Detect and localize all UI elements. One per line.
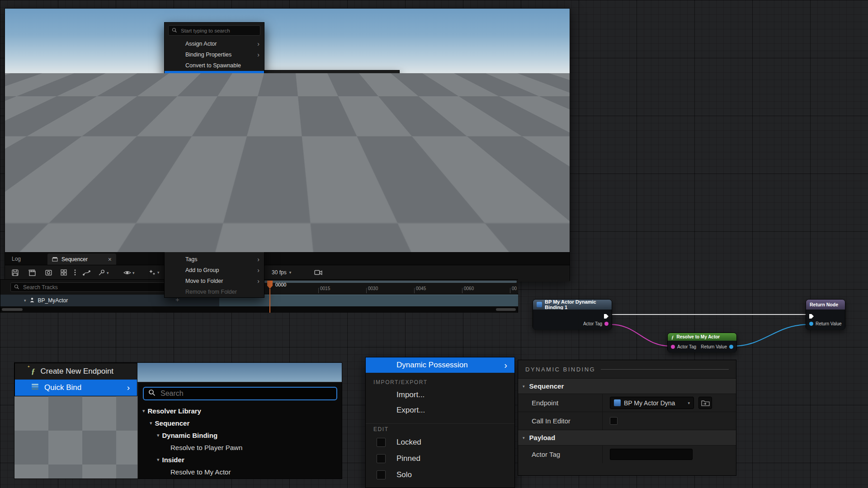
curves-button[interactable] <box>83 269 90 277</box>
tree-item-resolve-to-my-actor[interactable]: Resolve to My Actor <box>138 466 342 478</box>
keyframe-options-dropdown[interactable]: ▾ <box>149 269 160 276</box>
more-options-icon[interactable] <box>74 269 76 276</box>
menu-item-delete[interactable]: Delete <box>165 211 264 222</box>
tab-sequencer[interactable]: Sequencer × <box>47 253 116 265</box>
menu-item-dynamic-possession[interactable]: Dynamic Possession› <box>165 71 264 82</box>
category-sequencer[interactable]: ▾ Sequencer <box>264 82 399 92</box>
expander-icon[interactable]: ▾ <box>142 408 145 414</box>
menu-item-cut[interactable]: CutCTRL+X <box>165 168 264 178</box>
menu-item-create-new-endpoint[interactable]: +ƒ Create New Endpoint <box>15 363 137 380</box>
category-sequencer[interactable]: ▾ Sequencer <box>518 378 736 394</box>
pinned-checkbox[interactable] <box>170 137 177 144</box>
tree-item-resolve-to-player-pawn[interactable]: Resolve to Player Pawn <box>408 158 543 166</box>
solo-checkbox[interactable] <box>170 148 177 155</box>
expander-icon[interactable]: ▾ <box>269 85 271 90</box>
menu-item-binding-properties[interactable]: Binding Properties› <box>165 49 264 60</box>
menu-item-delete-and-keep-state[interactable]: Delete and Keep State <box>165 222 264 233</box>
timeline-scrollbar[interactable] <box>0 306 518 313</box>
scrollbar-handle[interactable] <box>2 308 23 311</box>
return-value-input-pin[interactable]: Return Value <box>809 321 842 326</box>
solo-checkbox[interactable] <box>377 470 386 479</box>
tree-item-resolve-to-player-pawn[interactable]: Resolve to Player Pawn <box>138 441 342 454</box>
scrollbar-handle[interactable] <box>496 308 516 311</box>
resolver-search-box[interactable] <box>412 122 540 131</box>
browse-endpoint-button[interactable] <box>382 95 393 104</box>
menu-item-move-to-folder[interactable]: Move to Folder› <box>165 276 264 286</box>
exec-input-pin[interactable] <box>809 313 814 321</box>
menu-item-assign-actor[interactable]: Assign Actor› <box>165 38 264 49</box>
menu-item-dynamic-possession[interactable]: Dynamic Possession › <box>366 357 514 373</box>
endpoint-dropdown[interactable]: ƒ Unbound ▾ <box>325 95 379 104</box>
actor-tag-input[interactable] <box>610 449 693 460</box>
tree-item-insider[interactable]: ▾ Insider <box>138 454 342 466</box>
view-options-dropdown[interactable]: ▾ <box>123 269 135 277</box>
node-return[interactable]: Return Node Return Value <box>806 299 845 330</box>
node-resolve-to-my-actor[interactable]: ƒ Resolve to My Actor Actor Tag Return V… <box>667 333 737 352</box>
menu-item-quick-bind[interactable]: Quick Bind › <box>15 380 137 396</box>
exec-output-pin[interactable] <box>604 313 609 321</box>
expander-icon[interactable]: ▾ <box>157 432 160 438</box>
menu-search-input[interactable] <box>180 28 257 34</box>
menu-item-tags[interactable]: Tags› <box>165 254 264 265</box>
render-movie-button[interactable] <box>28 269 36 277</box>
tree-item-dynamic-binding[interactable]: ▾ Dynamic Binding <box>408 150 543 158</box>
endpoint-dropdown[interactable]: BP My Actor Dyna ▾ <box>610 397 694 409</box>
tab-log[interactable]: Log <box>12 256 21 262</box>
browse-endpoint-button[interactable] <box>698 397 712 409</box>
expander-icon[interactable]: ▾ <box>418 144 420 148</box>
fps-dropdown[interactable]: 30 fps▾ <box>272 269 291 276</box>
pinned-checkbox[interactable] <box>377 454 386 463</box>
playback-options-dropdown[interactable]: ▾ <box>98 269 109 277</box>
menu-item-locked[interactable]: Locked <box>165 124 264 135</box>
menu-item-import[interactable]: Import... <box>165 92 264 103</box>
tree-item-resolver-library[interactable]: ▾ Resolver Library <box>408 134 543 142</box>
menu-item-copy[interactable]: CopyCTRL+C <box>165 178 264 189</box>
menu-item-locked[interactable]: Locked <box>366 434 514 450</box>
camera-lock-button[interactable] <box>314 269 322 276</box>
call-in-editor-checkbox[interactable] <box>610 417 618 425</box>
node-bp-my-actor-dynamic-binding[interactable]: BP My Actor Dynamic Binding 1 Actor Tag <box>533 299 612 330</box>
menu-item-rename[interactable]: RenameF2 <box>165 233 264 244</box>
actor-tag-input-pin[interactable]: Actor Tag <box>671 344 696 349</box>
menu-item-paste[interactable]: PasteCTRL+V <box>165 189 264 200</box>
layout-button[interactable] <box>60 269 67 276</box>
return-value-output-pin[interactable]: Return Value <box>701 344 733 349</box>
expander-icon[interactable]: ▾ <box>24 298 26 303</box>
menu-item-create-new-endpoint[interactable]: +ƒ Create New Endpoint <box>326 107 406 118</box>
save-button[interactable] <box>11 269 19 277</box>
menu-item-quick-bind[interactable]: Quick Bind › <box>326 118 406 129</box>
expander-icon[interactable]: ▾ <box>425 152 427 156</box>
camera-cuts-button[interactable] <box>45 269 52 277</box>
menu-item-remove-from-folder[interactable]: Remove from Folder <box>165 286 264 297</box>
tree-item-sequencer[interactable]: ▾ Sequencer <box>138 417 342 429</box>
menu-item-export[interactable]: Export... <box>165 103 264 114</box>
menu-item-pinned[interactable]: Pinned <box>165 135 264 146</box>
tree-item-resolver-library[interactable]: ▾ Resolver Library <box>138 405 342 417</box>
menu-item-convert-to-spawnable[interactable]: Convert to Spawnable <box>165 60 264 71</box>
expander-icon[interactable]: ▾ <box>523 436 525 440</box>
expander-icon[interactable]: ▾ <box>412 136 414 140</box>
resolver-search-input[interactable] <box>423 123 537 129</box>
tab-close-icon[interactable]: × <box>108 256 112 263</box>
expander-icon[interactable]: ▾ <box>523 384 525 389</box>
menu-item-export[interactable]: Export... <box>366 403 514 418</box>
menu-item-add-to-group[interactable]: Add to Group› <box>165 265 264 276</box>
menu-item-mute[interactable]: Mute <box>165 157 264 168</box>
menu-item-solo[interactable]: Solo <box>366 467 514 483</box>
menu-item-import[interactable]: Import... <box>366 387 514 403</box>
expander-icon[interactable]: ▾ <box>157 457 160 463</box>
menu-item-solo[interactable]: Solo <box>165 146 264 157</box>
menu-item-pinned[interactable]: Pinned <box>366 450 514 467</box>
locked-checkbox[interactable] <box>377 438 386 447</box>
menu-search-box[interactable] <box>168 25 260 36</box>
menu-item-duplicate[interactable]: DuplicateCTRL+D <box>165 200 264 211</box>
tree-item-dynamic-binding[interactable]: ▾ Dynamic Binding <box>138 429 342 441</box>
timeline-range-slider[interactable] <box>221 281 517 283</box>
actor-tag-output-pin[interactable]: Actor Tag <box>583 321 609 326</box>
tree-item-sequencer[interactable]: ▾ Sequencer <box>408 142 543 150</box>
resolver-search-box[interactable] <box>143 387 337 400</box>
locked-checkbox[interactable] <box>170 127 177 133</box>
expander-icon[interactable]: ▾ <box>150 420 152 426</box>
resolver-search-input[interactable] <box>160 389 332 398</box>
mute-checkbox[interactable] <box>170 159 177 165</box>
